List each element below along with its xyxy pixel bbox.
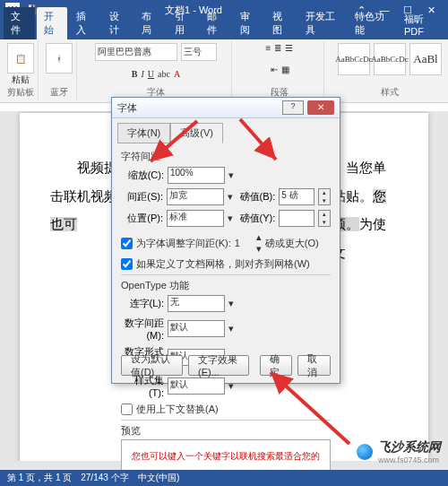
position-pt-spinner[interactable]: ▴▾ xyxy=(318,210,331,227)
bold-button[interactable]: B xyxy=(132,69,138,79)
snap-grid-checkbox[interactable] xyxy=(121,258,133,270)
group-clipboard: 📋 粘贴 剪贴板 xyxy=(4,41,39,100)
body-text: 为使 xyxy=(359,217,386,231)
snap-grid-label: 如果定义了文档网格，则对齐到网格(W) xyxy=(136,257,310,271)
font-color-button[interactable]: A xyxy=(174,69,180,79)
kerning-unit-label: 磅或更大(O) xyxy=(265,237,319,250)
watermark: 飞沙系统网 www.fs0745.com xyxy=(357,439,441,464)
scale-combo[interactable]: 100% xyxy=(168,167,225,184)
contextual-label: 使用上下文替换(A) xyxy=(136,403,219,416)
indent-button[interactable]: ⇤ xyxy=(271,65,278,74)
kerning-checkbox[interactable] xyxy=(121,238,133,249)
font-size-combo[interactable]: 三号 xyxy=(181,43,217,61)
font-dialog: 字体 ? ✕ 字体(N) 高级(V) 字符间距 缩放(C): 100% ▾ 间距… xyxy=(111,97,340,384)
spacing-pt-spinner[interactable]: ▴▾ xyxy=(318,188,331,205)
spacing-pt-label: 磅值(B): xyxy=(237,190,275,204)
numspacing-label: 数字间距(M): xyxy=(121,317,164,341)
dialog-tab-advanced[interactable]: 高级(V) xyxy=(170,123,223,143)
bluetooth-icon[interactable]: ᚼ xyxy=(46,43,73,74)
position-pt-input[interactable] xyxy=(279,210,314,227)
set-default-button[interactable]: 设为默认值(D) xyxy=(121,355,183,376)
spacing-pt-input[interactable]: 5 磅 xyxy=(279,188,314,205)
position-pt-label: 磅值(Y): xyxy=(237,212,275,225)
text-effects-button[interactable]: 文字效果(E)... xyxy=(188,355,248,376)
style-heading1[interactable]: AaBl xyxy=(409,43,442,75)
group-label-bt: 蓝牙 xyxy=(50,86,68,99)
section-opentype-label: OpenType 功能 xyxy=(121,279,331,292)
tab-review[interactable]: 审阅 xyxy=(233,7,264,39)
styleset-combo[interactable]: 默认 xyxy=(168,378,225,395)
dialog-tab-font[interactable]: 字体(N) xyxy=(117,123,170,143)
group-bluetooth: ᚼ 蓝牙 xyxy=(42,41,77,100)
kerning-value-input[interactable]: 1 xyxy=(235,238,253,248)
chevron-down-icon[interactable]: ▾ xyxy=(228,380,234,392)
bullets-button[interactable]: ≡ xyxy=(266,43,271,53)
ligatures-label: 连字(L): xyxy=(121,297,164,310)
italic-button[interactable]: I xyxy=(141,69,143,79)
ok-button[interactable]: 确定 xyxy=(260,355,293,376)
tab-references[interactable]: 引用 xyxy=(168,7,199,39)
group-label-clipboard: 剪贴板 xyxy=(7,86,34,99)
tab-layout[interactable]: 布局 xyxy=(134,7,166,39)
strike-button[interactable]: abc xyxy=(158,69,170,79)
preview-box: 您也可以键入一个关键字以联机搜索最适合您的 xyxy=(121,439,331,473)
watermark-url: www.fs0745.com xyxy=(378,456,441,464)
section-spacing-label: 字符间距 xyxy=(121,150,331,163)
contextual-checkbox[interactable] xyxy=(121,404,133,415)
status-wordcount[interactable]: 27/143 个字 xyxy=(81,472,128,484)
spacing-combo[interactable]: 加宽 xyxy=(167,188,224,205)
spacing-label: 间距(S): xyxy=(121,190,163,204)
group-label-styles: 样式 xyxy=(381,86,399,99)
scale-label: 缩放(C): xyxy=(121,169,164,182)
chevron-down-icon[interactable]: ▾ xyxy=(228,298,234,309)
dialog-title: 字体 xyxy=(117,101,280,115)
position-combo[interactable]: 标准 xyxy=(167,210,224,227)
group-styles: AaBbCcDc AaBbCcDc AaBl 样式 xyxy=(328,41,448,100)
tab-design[interactable]: 设计 xyxy=(102,7,134,39)
ligatures-combo[interactable]: 无 xyxy=(168,295,225,312)
chevron-down-icon[interactable]: ▾ xyxy=(228,213,233,224)
numspacing-combo[interactable]: 默认 xyxy=(168,320,225,337)
tab-foxit-pdf[interactable]: 福昕PDF xyxy=(397,10,444,39)
preview-label: 预览 xyxy=(121,424,331,438)
watermark-brand: 飞沙系统网 xyxy=(378,439,441,456)
align-button[interactable]: ☰ xyxy=(285,43,293,53)
watermark-logo-icon xyxy=(357,444,373,460)
dialog-help-button[interactable]: ? xyxy=(282,100,304,115)
chevron-down-icon[interactable]: ▾ xyxy=(228,323,234,334)
group-font: 阿里巴巴普惠 三号 B I U abc A 字体 xyxy=(81,41,232,100)
tab-view[interactable]: 视图 xyxy=(265,7,297,39)
paste-label: 粘贴 xyxy=(12,74,30,86)
tab-special[interactable]: 特色功能 xyxy=(348,7,395,39)
position-label: 位置(P): xyxy=(121,212,163,225)
kerning-spinner[interactable]: ▴▾ xyxy=(256,231,262,255)
kerning-label: 为字体调整字间距(K): xyxy=(136,237,231,250)
numbering-button[interactable]: ≣ xyxy=(274,43,281,53)
tab-insert[interactable]: 插入 xyxy=(69,7,100,39)
group-paragraph: ≡ ≣ ☰ ⇤ ▦ 段落 xyxy=(236,41,324,100)
tab-home[interactable]: 开始 xyxy=(37,7,68,39)
style-nospacing[interactable]: AaBbCcDc xyxy=(374,43,406,75)
paste-button[interactable]: 📋 xyxy=(7,43,34,74)
style-normal[interactable]: AaBbCcDc xyxy=(338,43,370,75)
status-page[interactable]: 第 1 页，共 1 页 xyxy=(7,472,72,484)
tab-developer[interactable]: 开发工具 xyxy=(298,7,346,39)
cancel-button[interactable]: 取消 xyxy=(297,355,331,376)
shading-button[interactable]: ▦ xyxy=(281,65,289,74)
chevron-down-icon[interactable]: ▾ xyxy=(228,169,234,181)
dialog-close-button[interactable]: ✕ xyxy=(307,100,334,115)
underline-button[interactable]: U xyxy=(148,69,154,79)
chevron-down-icon[interactable]: ▾ xyxy=(228,191,233,203)
tab-mailings[interactable]: 邮件 xyxy=(200,7,231,39)
font-family-combo[interactable]: 阿里巴巴普惠 xyxy=(95,43,177,61)
status-language[interactable]: 中文(中国) xyxy=(138,472,180,484)
file-tab[interactable]: 文件 xyxy=(4,7,35,39)
